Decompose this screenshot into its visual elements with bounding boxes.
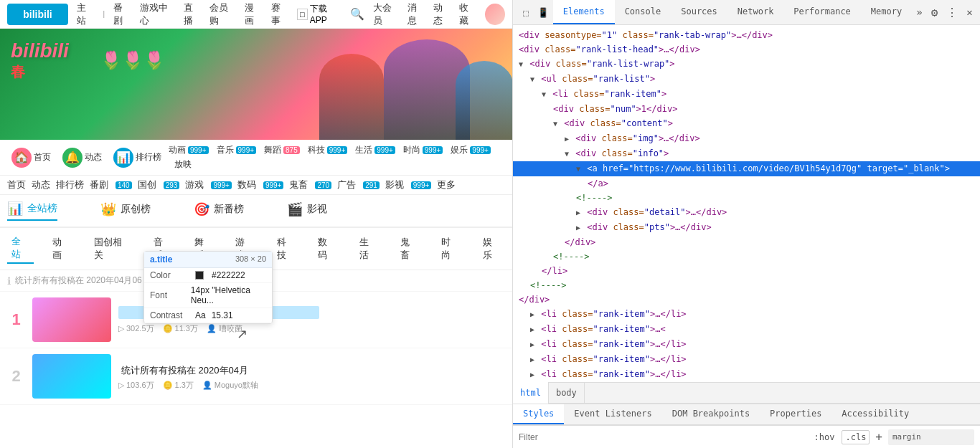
nav2-dynamic[interactable]: 动态 [32, 178, 50, 191]
user-avatar[interactable] [485, 4, 505, 25]
arrow-rank-list-wrap[interactable] [519, 58, 523, 71]
tree-line-21[interactable]: <li class="rank-item">…</li> [513, 337, 980, 352]
filter-hov-btn[interactable]: :hov [811, 431, 838, 444]
tab-network[interactable]: Network [727, 0, 784, 24]
tree-line-15[interactable]: <!----> [513, 249, 980, 264]
tree-line-10[interactable]: </a> [513, 176, 980, 191]
properties-tab[interactable]: Properties [760, 404, 831, 424]
dom-breakpoints-tab[interactable]: DOM Breakpoints [662, 404, 760, 424]
tree-line-23[interactable]: <li class="rank-item">…</li> [513, 367, 980, 382]
tree-line-8[interactable]: <div class="info"> [513, 146, 980, 161]
messages-label[interactable]: 消息 [407, 1, 425, 27]
tree-line-14[interactable]: </div> [513, 235, 980, 249]
tree-line-13[interactable]: <div class="pts">…</div> [513, 220, 980, 235]
cat-dance[interactable]: 舞蹈 [264, 144, 281, 156]
dynamic-label[interactable]: 动态 [433, 1, 451, 27]
rank-thumb-2[interactable] [32, 354, 111, 399]
tree-line-6[interactable]: <div class="content"> [513, 116, 980, 131]
arrow-li4[interactable] [530, 338, 534, 351]
favorites-label[interactable]: 收藏 [459, 1, 476, 27]
tree-line-11[interactable]: <!----> [513, 191, 980, 205]
arrow-li5[interactable] [530, 353, 534, 366]
subcat-anime[interactable]: 动画 [48, 234, 75, 263]
cat-life[interactable]: 生活 [355, 144, 372, 156]
nav-shop[interactable]: 会员购 [209, 1, 236, 27]
subcat-digital[interactable]: 数码 [314, 234, 340, 263]
subcat-ghost[interactable]: 鬼畜 [396, 234, 423, 263]
arrow-li3[interactable] [530, 323, 534, 336]
event-listeners-tab[interactable]: Event Listeners [564, 404, 661, 424]
settings-icon[interactable]: ⚙ [927, 3, 943, 22]
cat-dynamic[interactable]: 🔔 动态 [58, 146, 106, 170]
tree-line-0[interactable]: <div seasontype="1" class="rank-tab-wrap… [513, 28, 980, 42]
tab-sources[interactable]: Sources [671, 0, 727, 24]
subcat-guochuang[interactable]: 国创相关 [90, 234, 135, 263]
html-tree[interactable]: <div seasontype="1" class="rank-tab-wrap… [513, 25, 980, 382]
body-tab[interactable]: body [549, 382, 585, 404]
tab-memory[interactable]: Memory [861, 0, 912, 24]
tree-line-9[interactable]: <a href="https://www.bilibili.com/video/… [513, 161, 980, 176]
nav-manga[interactable]: 漫画 [245, 1, 263, 27]
cat-anime[interactable]: 动画 [169, 144, 186, 156]
tab-console[interactable]: Console [615, 0, 672, 24]
inspect-icon[interactable]: ⬚ [519, 4, 533, 21]
nav2-ghost[interactable]: 鬼畜 [289, 178, 308, 191]
nav-download[interactable]: □ 下载APP [297, 3, 341, 25]
rank-thumb-1[interactable] [32, 297, 111, 342]
rank-tab-newbangumi[interactable]: 🎯 新番榜 [194, 201, 244, 220]
accessibility-tab[interactable]: Accessibility [831, 404, 919, 424]
nav2-more[interactable]: 更多 [437, 178, 456, 191]
tree-line-16[interactable]: </li> [513, 264, 980, 278]
cat-ent[interactable]: 娱乐 [451, 144, 468, 156]
nav-live[interactable]: 直播 [184, 1, 202, 27]
cat-tech[interactable]: 科技 [308, 144, 325, 156]
nav-home[interactable]: 主站 [77, 1, 95, 27]
nav2-ad[interactable]: 广告 [337, 178, 356, 191]
cat-home[interactable]: 🏠 首页 [7, 146, 55, 170]
tree-line-19[interactable]: <li class="rank-item">…</li> [513, 307, 980, 322]
arrow-li6[interactable] [530, 368, 534, 381]
tree-line-22[interactable]: <li class="rank-item">…</li> [513, 352, 980, 367]
more-tabs-btn[interactable]: » [912, 4, 926, 21]
tree-line-5[interactable]: <div class="num">1</div> [513, 102, 980, 116]
tree-line-12[interactable]: <div class="detail">…</div> [513, 205, 980, 220]
nav2-guochuang[interactable]: 国创 [138, 178, 156, 191]
arrow-img[interactable] [565, 133, 569, 146]
arrow-info[interactable] [565, 148, 569, 161]
filter-plus-btn[interactable]: + [874, 429, 884, 445]
nav2-film[interactable]: 影视 [385, 178, 404, 191]
tree-line-7[interactable]: <div class="img">…</div> [513, 131, 980, 146]
tree-line-2[interactable]: <div class="rank-list-wrap"> [513, 57, 980, 72]
arrow-li2[interactable] [530, 308, 534, 321]
nav2-home[interactable]: 首页 [7, 178, 26, 191]
rank-title-2[interactable]: 统计所有有投稿在 2020年04月 [118, 363, 319, 376]
rank-tab-film[interactable]: 🎬 影视 [287, 201, 327, 220]
nav-bangumi[interactable]: 番剧 [113, 1, 131, 27]
cat-music[interactable]: 音乐 [217, 144, 234, 156]
nav2-rank[interactable]: 排行榜 [56, 178, 84, 191]
arrow-detail[interactable] [576, 206, 580, 219]
filter-input[interactable] [519, 432, 807, 442]
nav-esports[interactable]: 赛事 [271, 1, 289, 27]
tree-line-20[interactable]: <li class="rank-item">…< [513, 322, 980, 337]
rank-tab-original[interactable]: 👑 原创榜 [100, 201, 151, 220]
subcat-all[interactable]: 全站 [7, 234, 34, 264]
cat-rank[interactable]: 📊 排行榜 [109, 146, 166, 170]
subcat-life[interactable]: 生活 [355, 234, 382, 263]
arrow-a[interactable] [576, 163, 580, 176]
nav2-bangumi[interactable]: 番剧 [90, 178, 108, 191]
nav2-digital[interactable]: 数码 [237, 178, 256, 191]
cat-cinema[interactable]: 放映 [174, 158, 192, 171]
cat-fashion[interactable]: 时尚 [403, 144, 420, 156]
search-icon[interactable]: 🔍 [350, 7, 364, 21]
nav-games[interactable]: 游戏中心 [140, 1, 175, 27]
vertical-dots-icon[interactable]: ⋮ [942, 3, 962, 22]
tree-line-1[interactable]: <div class="rank-list-head">…</div> [513, 42, 980, 57]
tab-elements[interactable]: Elements [553, 0, 615, 24]
tab-performance[interactable]: Performance [783, 0, 860, 24]
subcat-ent[interactable]: 娱乐 [479, 234, 505, 263]
tree-line-18[interactable]: </div> [513, 292, 980, 307]
close-devtools-icon[interactable]: ✕ [962, 4, 976, 21]
filter-cls-btn[interactable]: .cls [842, 430, 870, 444]
styles-tab[interactable]: Styles [513, 404, 564, 424]
